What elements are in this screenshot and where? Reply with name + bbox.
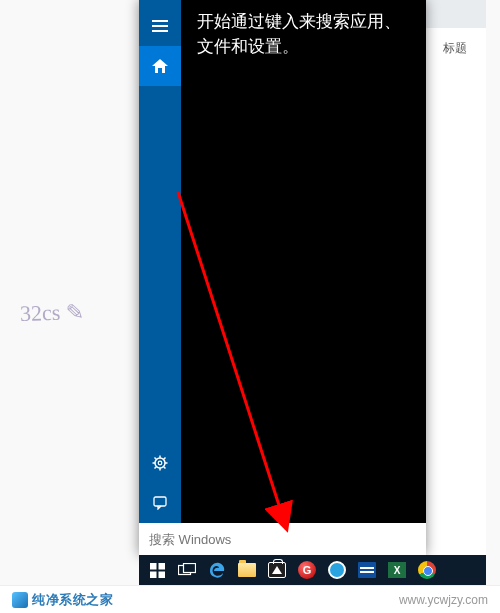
svg-line-7: [164, 467, 166, 469]
task-view-button[interactable]: [173, 555, 201, 585]
footer-url: www.ycwjzy.com: [399, 593, 488, 607]
svg-rect-17: [184, 564, 196, 573]
hamburger-icon: [152, 20, 168, 32]
background-window: [426, 0, 486, 555]
home-icon: [152, 59, 168, 73]
calendar-button[interactable]: [353, 555, 381, 585]
svg-line-6: [155, 458, 157, 460]
chrome-icon: [418, 561, 436, 579]
store-icon: [268, 562, 286, 578]
hamburger-menu-button[interactable]: [139, 6, 181, 46]
red-app-icon: G: [298, 561, 316, 579]
footer-brand: 纯净系统之家: [12, 591, 113, 609]
svg-rect-12: [150, 563, 157, 570]
page-footer: 纯净系统之家 www.ycwjzy.com: [0, 585, 500, 613]
search-hint-text: 开始通过键入来搜索应用、文件和设置。: [197, 10, 410, 59]
edge-icon: [208, 561, 226, 579]
start-button[interactable]: [143, 555, 171, 585]
svg-point-1: [158, 461, 162, 465]
search-hint-area: 开始通过键入来搜索应用、文件和设置。: [181, 0, 426, 523]
task-view-icon: [178, 563, 196, 577]
excel-icon: X: [388, 562, 406, 578]
microsoft-store-button[interactable]: [263, 555, 291, 585]
watermark-left: 32cs ✎: [20, 299, 85, 327]
chrome-button[interactable]: [413, 555, 441, 585]
gear-icon: [152, 455, 168, 471]
desktop: 标题 32cs ✎: [0, 0, 500, 613]
search-input[interactable]: [149, 532, 416, 547]
svg-rect-15: [158, 571, 165, 578]
svg-rect-13: [158, 563, 165, 570]
window-header-label: 标题: [443, 40, 467, 57]
excel-button[interactable]: X: [383, 555, 411, 585]
search-box[interactable]: [139, 523, 426, 555]
red-app-button[interactable]: G: [293, 555, 321, 585]
svg-rect-10: [154, 497, 166, 506]
calendar-icon: [358, 562, 376, 578]
svg-rect-14: [150, 571, 157, 578]
file-explorer-button[interactable]: [233, 555, 261, 585]
settings-button[interactable]: [139, 443, 181, 483]
taskbar: G X: [139, 555, 486, 585]
svg-point-0: [155, 458, 165, 468]
ie-icon: [328, 561, 346, 579]
home-button[interactable]: [139, 46, 181, 86]
feedback-button[interactable]: [139, 483, 181, 523]
internet-explorer-button[interactable]: [323, 555, 351, 585]
windows-logo-icon: [150, 563, 165, 578]
svg-line-8: [164, 458, 166, 460]
svg-line-9: [155, 467, 157, 469]
footer-brand-text: 纯净系统之家: [32, 591, 113, 609]
edge-browser-button[interactable]: [203, 555, 231, 585]
feedback-icon: [153, 496, 167, 510]
folder-icon: [238, 563, 256, 577]
cortana-search-flyout: 开始通过键入来搜索应用、文件和设置。: [139, 0, 426, 555]
footer-logo-icon: [12, 592, 28, 608]
search-rail: [139, 0, 181, 523]
